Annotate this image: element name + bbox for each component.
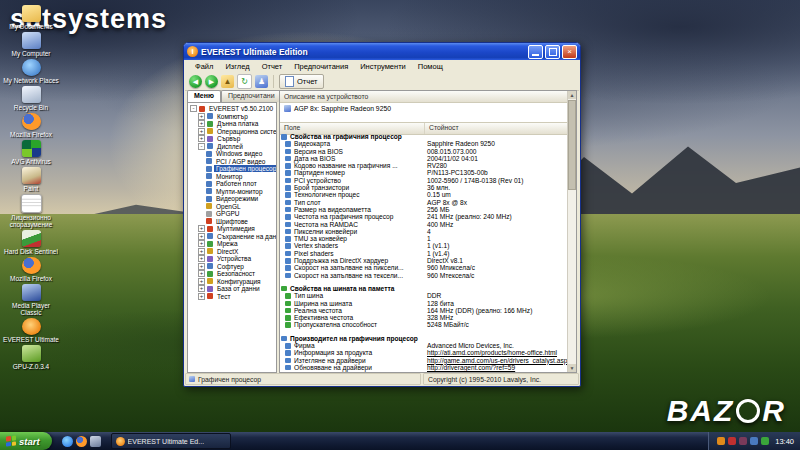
desktop-icon-my-documents[interactable]: My Documents (2, 5, 60, 30)
property-row[interactable]: Тип шинаDDR (280, 292, 568, 299)
tree-item[interactable]: Монитор (188, 173, 276, 181)
tree-expand-icon[interactable]: + (198, 120, 205, 127)
tree-item[interactable]: PCI / AGP видео (188, 158, 276, 166)
property-row[interactable]: Брой транзистори36 млн. (280, 184, 568, 191)
menu-Инструменти[interactable]: Инструменти (354, 62, 412, 71)
tray-gpu-icon[interactable] (739, 437, 747, 445)
property-row[interactable]: TMU за конвейер1 (280, 235, 568, 242)
property-row[interactable]: Ширина на шината128 бита (280, 300, 568, 307)
property-row[interactable]: Версия на BIOS008.015.073.000 (280, 148, 568, 155)
back-button[interactable]: ◀ (189, 75, 202, 88)
tree-item[interactable]: +База от данни (188, 285, 276, 293)
tree-item[interactable]: +DirectX (188, 248, 276, 256)
tree-expand-icon[interactable]: + (198, 278, 205, 285)
tree-expand-icon[interactable]: + (198, 270, 205, 277)
property-row[interactable]: Pixel shaders1 (v1.4) (280, 250, 568, 257)
tree-item[interactable]: Работен плот (188, 180, 276, 188)
property-row[interactable]: Технологичен процес0.15 um (280, 191, 568, 198)
property-row[interactable]: ФирмаAdvanced Micro Devices, Inc. (280, 342, 568, 349)
tab-Предпочитани[interactable]: Предпочитани (221, 90, 282, 102)
desktop-icon-recycle-bin[interactable]: Recycle Bin (2, 86, 60, 111)
property-row[interactable]: Изтегляне на драйвериhttp://game.amd.com… (280, 357, 568, 364)
property-row[interactable]: Поддръжка на DirectX хардуерDirectX v8.1 (280, 257, 568, 264)
minimize-button[interactable] (528, 45, 543, 59)
tray-avg-icon[interactable] (717, 437, 725, 445)
menu-Предпочитания[interactable]: Предпочитания (288, 62, 354, 71)
scroll-up-icon[interactable]: ▲ (568, 91, 576, 99)
taskbar-task-everest[interactable]: EVEREST Ultimate Ed... (111, 433, 231, 449)
property-row[interactable]: Vertex shaders1 (v1.1) (280, 242, 568, 249)
tree-item[interactable]: +Мултимедия (188, 225, 276, 233)
property-row[interactable]: Честота на графичния процесор241 MHz (ре… (280, 213, 568, 220)
close-button[interactable]: × (562, 45, 577, 59)
tree-item[interactable]: +Компютър (188, 113, 276, 121)
tree-item[interactable]: +Тест (188, 293, 276, 301)
maximize-button[interactable] (545, 45, 560, 59)
desktop-icon-license-doc[interactable]: Лицензионно споразумение (2, 194, 60, 228)
start-button[interactable]: start (0, 432, 52, 450)
menu-Отчет[interactable]: Отчет (256, 62, 289, 71)
desktop-icon-mpc[interactable]: Media Player Classic (2, 284, 60, 316)
property-row[interactable]: Реална честота164 MHz (DDR) (реално: 166… (280, 307, 568, 314)
tree-item[interactable]: +Съхранение на данни (188, 233, 276, 241)
tree-item[interactable]: -EVEREST v5.50.2100 (188, 105, 276, 113)
tree-expand-icon[interactable]: - (190, 105, 197, 112)
desktop-icon-firefox[interactable]: Mozilla Firefox (2, 257, 60, 282)
tree-expand-icon[interactable]: + (198, 285, 205, 292)
property-row[interactable]: ВидеокартаSapphire Radeon 9250 (280, 140, 568, 147)
tree-expand-icon[interactable]: + (198, 240, 205, 247)
tree-expand-icon[interactable]: + (198, 233, 205, 240)
property-row[interactable]: Дата на BIOS2004/11/02 04:01 (280, 155, 568, 162)
property-row[interactable]: Скорост на запълване на тексели...960 Мт… (280, 272, 568, 279)
desktop-icon-avg[interactable]: AVG Antivirus (2, 140, 60, 165)
property-row[interactable]: Размер на видеопаметта256 МБ (280, 206, 568, 213)
device-row[interactable]: AGP 8x: Sapphire Radeon 9250 (280, 103, 576, 114)
desktop-quicklaunch-icon[interactable] (90, 436, 101, 447)
desktop-icon-hdsentinel[interactable]: Hard Disk Sentinel (2, 230, 60, 255)
menu-Изглед[interactable]: Изглед (219, 62, 255, 71)
tree-item[interactable]: +Дънна платка (188, 120, 276, 128)
up-level-button[interactable]: ▲ (221, 75, 234, 88)
refresh-button[interactable]: ↻ (237, 74, 252, 89)
tray-alert-icon[interactable] (728, 437, 736, 445)
users-button[interactable]: ♟ (255, 75, 268, 88)
tree-item[interactable]: Windows видео (188, 150, 276, 158)
property-link[interactable]: http://game.amd.com/us-en/drivers_cataly… (427, 357, 568, 364)
tree-item[interactable]: +Софтуер (188, 263, 276, 271)
desktop-icon-network[interactable]: My Network Places (2, 59, 60, 84)
tree-item[interactable]: Видеорежими (188, 195, 276, 203)
tree-item[interactable]: Графичен процесор (188, 165, 276, 173)
property-row[interactable]: PCI устройство1002-5960 / 174B-0138 (Rev… (280, 177, 568, 184)
tree-item[interactable]: Шрифтове (188, 218, 276, 226)
tree-item[interactable]: +Безопасност (188, 270, 276, 278)
scrollbar-thumb[interactable] (568, 100, 576, 190)
tree-item[interactable]: +Устройства (188, 255, 276, 263)
scroll-down-icon[interactable]: ▼ (568, 364, 576, 372)
desktop-icon-paint[interactable]: Paint (2, 167, 60, 192)
desktop-icon-firefox[interactable]: Mozilla Firefox (2, 113, 60, 138)
property-row[interactable]: Честота на RAMDAC400 MHz (280, 221, 568, 228)
tree-item[interactable]: GPGPU (188, 210, 276, 218)
menu-Помощ[interactable]: Помощ (412, 62, 449, 71)
property-link[interactable]: http://driveragent.com/?ref=59 (427, 364, 515, 371)
tree-expand-icon[interactable]: + (198, 225, 205, 232)
desktop-icon-my-computer[interactable]: My Computer (2, 32, 60, 57)
tray-volume-icon[interactable] (750, 437, 758, 445)
tree-item[interactable]: OpenGL (188, 203, 276, 211)
property-row[interactable]: Партиден номерP/N113-PC1305-00b (280, 169, 568, 176)
tree-item[interactable]: +Сървър (188, 135, 276, 143)
tab-Меню[interactable]: Меню (187, 90, 221, 102)
property-row[interactable]: Пикселни конвейери4 (280, 228, 568, 235)
window-titlebar[interactable]: i EVEREST Ultimate Edition × (184, 43, 580, 60)
property-row[interactable]: Скорост на запълване на пиксели...960 Мп… (280, 264, 568, 271)
tray-network-icon[interactable] (761, 437, 769, 445)
tree-item[interactable]: +Операционна система (188, 128, 276, 136)
tree-expand-icon[interactable]: + (198, 248, 205, 255)
property-row[interactable]: Ефективна честота328 MHz (280, 314, 568, 321)
property-link[interactable]: http://ati.amd.com/products/home-office.… (427, 349, 557, 356)
tree-item[interactable]: Мулти-монитор (188, 188, 276, 196)
tree-expand-icon[interactable]: - (198, 143, 205, 150)
menu-Файл[interactable]: Файл (189, 62, 219, 71)
tree-expand-icon[interactable]: + (198, 128, 205, 135)
tree-expand-icon[interactable]: + (198, 263, 205, 270)
